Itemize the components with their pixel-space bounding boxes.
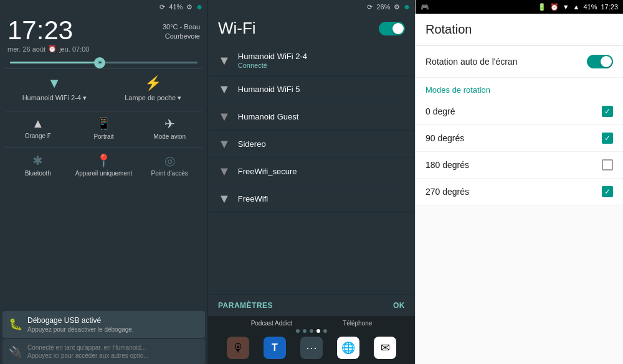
clock-display: 17:23 <box>7 17 89 44</box>
dock-app-apps[interactable]: ⋯ <box>300 337 323 359</box>
dot-5 <box>323 329 327 333</box>
dock-app-chrome[interactable]: 🌐 <box>337 337 359 359</box>
degree-checkbox-270[interactable]: ✓ <box>602 186 613 197</box>
wifi-panel: ⟳ 26% ⚙ ● Wi-Fi ▼ Humanoid WiFi 2-4 Conn… <box>207 0 415 364</box>
wifi-network-humanoid5[interactable]: ▼ Humanoid WiFi 5 <box>208 76 415 103</box>
degree-row-270[interactable]: 270 degrés ✓ <box>416 179 623 205</box>
wifi-header: Wi-Fi <box>208 14 415 45</box>
degree-checkbox-90[interactable]: ✓ <box>602 133 613 144</box>
portrait-tile[interactable]: 📱 Portrait <box>71 111 137 145</box>
dock-app-gmail[interactable]: ✉ <box>374 337 396 359</box>
wifi-toggle-knob <box>392 23 404 34</box>
brightness-thumb[interactable]: ☀ <box>94 57 105 68</box>
flashlight-icon: ⚡ <box>145 75 161 91</box>
home-dock: Podcast Addict Téléphone 🎙 T ⋯ 🌐 ✉ <box>208 316 415 364</box>
degree-checkbox-0[interactable]: ✓ <box>602 106 613 117</box>
degree-label-270: 270 degrés <box>426 187 469 197</box>
wifi-signal-icon-2: ▼ <box>218 82 231 96</box>
brightness-slider[interactable]: ☀ <box>10 62 197 63</box>
quick-tiles-row1: ▼ Humanoid WiFi 2-4 ▾ ⚡ Lampe de poche ▾ <box>0 69 207 111</box>
degree-label-180: 180 degrés <box>426 160 469 170</box>
wifi-ok-button[interactable]: OK <box>393 301 405 310</box>
location-tile[interactable]: 📍 Appareil uniquement <box>71 148 137 182</box>
user-icon-1: ● <box>196 1 202 12</box>
auto-rotation-label: Rotation auto de l'écran <box>426 57 517 67</box>
degree-row-0[interactable]: 0 degré ✓ <box>416 98 623 125</box>
notif-debug-icon: 🐛 <box>9 317 22 331</box>
wifi-network-guest[interactable]: ▼ Humanoid Guest <box>208 103 415 131</box>
notifications-area: 🐛 Débogage USB activé Appuyez pour désac… <box>0 311 207 364</box>
degree-row-90[interactable]: 90 degrés ✓ <box>416 125 623 152</box>
notif-debug-body: Appuyez pour désactiver le débogage. <box>27 326 199 333</box>
airplane-icon: ✈ <box>164 116 175 131</box>
degree-row-180[interactable]: 180 degrés <box>416 152 623 179</box>
gamepad-icon: 🎮 <box>421 3 429 11</box>
wifi-network-humanoid24[interactable]: ▼ Humanoid WiFi 2-4 Connecté <box>208 45 415 76</box>
battery-icon-3: 🔋 <box>538 3 546 11</box>
notif-usb-debug[interactable]: 🐛 Débogage USB activé Appuyez pour désac… <box>2 311 205 338</box>
dot-2 <box>303 329 307 333</box>
flashlight-tile[interactable]: ⚡ Lampe de poche ▾ <box>104 69 203 108</box>
wifi-tile[interactable]: ▼ Humanoid WiFi 2-4 ▾ <box>5 69 104 108</box>
battery-icon-1: ⟳ <box>159 3 165 11</box>
wifi-signal-icon-1: ▼ <box>218 54 231 68</box>
wifi-status-1: Connecté <box>238 62 405 69</box>
weather-block: 30°C - Beau Courbevoie <box>163 22 200 42</box>
auto-rotation-toggle[interactable] <box>587 55 613 68</box>
rotation-settings-panel: 🎮 🔋 ⏰ ▼ ▲ 41% 17:23 Rotation Rotation au… <box>415 0 623 364</box>
signal-tile[interactable]: ▲ Orange F <box>5 111 71 145</box>
notif-usb-body: Appuyez ici pour accéder aux autres opti… <box>27 352 199 359</box>
wifi-signal-icon-3: ▼ <box>218 110 231 124</box>
time-block: 17:23 mer. 26 août ⏰ jeu. 07:00 <box>7 17 89 53</box>
battery-percent-2: 26% <box>376 3 390 11</box>
rotation-header: Rotation <box>416 14 623 46</box>
degree-label-90: 90 degrés <box>426 133 464 143</box>
dock-app-podcast[interactable]: 🎙 <box>227 337 249 359</box>
modes-of-rotation-header: Modes de rotation <box>416 78 623 98</box>
dot-3 <box>310 329 313 333</box>
status-bar-1: ⟳ 41% ⚙ ● <box>0 0 207 14</box>
notif-usb-connect[interactable]: 🔌 Connecté en tant qu'appar. en Humanoid… <box>2 339 205 364</box>
rotation-page-title: Rotation <box>426 22 613 37</box>
hotspot-tile[interactable]: ◎ Point d'accès <box>136 148 202 182</box>
user-icon-2: ● <box>404 1 410 12</box>
dock-page-dots <box>296 329 327 333</box>
bluetooth-tile[interactable]: ✱ Bluetooth <box>5 148 71 182</box>
flashlight-label: Lampe de poche ▾ <box>125 94 181 102</box>
time-3: 17:23 <box>601 3 618 11</box>
dock-app-text[interactable]: T <box>264 337 286 359</box>
wifi-name-4: Sidereo <box>238 139 405 149</box>
date-line: mer. 26 août ⏰ jeu. 07:00 <box>7 45 89 53</box>
degree-label-0: 0 degré <box>426 106 455 116</box>
status-right-info: 🔋 ⏰ ▼ ▲ 41% 17:23 <box>538 3 618 11</box>
wifi-icon-3: ▲ <box>573 3 580 11</box>
wifi-name-2: Humanoid WiFi 5 <box>238 85 405 94</box>
wifi-footer: PARAMÈTRES OK <box>208 294 415 316</box>
quick-tiles-row3: ✱ Bluetooth 📍 Appareil uniquement ◎ Poin… <box>0 148 207 184</box>
dock-app-icons: 🎙 T ⋯ 🌐 ✉ <box>213 335 410 360</box>
notification-shade: ⟳ 41% ⚙ ● 17:23 mer. 26 août ⏰ jeu. 07:0… <box>0 0 207 364</box>
portrait-label: Portrait <box>93 133 113 140</box>
brightness-control[interactable]: ☀ <box>0 59 207 68</box>
bluetooth-icon: ✱ <box>32 153 43 168</box>
wifi-name-3: Humanoid Guest <box>238 112 405 121</box>
degree-checkbox-180[interactable] <box>602 159 613 170</box>
hotspot-label: Point d'accès <box>151 170 188 177</box>
wifi-network-list: ▼ Humanoid WiFi 2-4 Connecté ▼ Humanoid … <box>208 45 415 294</box>
notif-debug-title: Débogage USB activé <box>27 316 199 325</box>
auto-rotation-row[interactable]: Rotation auto de l'écran <box>416 46 623 78</box>
wifi-parametres-button[interactable]: PARAMÈTRES <box>218 301 273 310</box>
wifi-network-freewifi[interactable]: ▼ FreeWifi <box>208 185 415 213</box>
wifi-toggle[interactable] <box>379 22 405 35</box>
time-weather-block: 17:23 mer. 26 août ⏰ jeu. 07:00 30°C - B… <box>0 14 207 59</box>
wifi-signal-icon-5: ▼ <box>218 164 231 179</box>
dot-4 <box>316 329 320 333</box>
wifi-network-freewifi-secure[interactable]: ▼ FreeWifi_secure <box>208 158 415 185</box>
portrait-icon: 📱 <box>96 116 112 131</box>
status-left-icons: 🎮 <box>421 3 429 11</box>
dock-labels-row: Podcast Addict Téléphone <box>213 320 410 327</box>
wifi-network-sidereo[interactable]: ▼ Sidereo <box>208 131 415 158</box>
airplane-tile[interactable]: ✈ Mode avion <box>136 111 202 145</box>
battery-rotate-icon: ⟳ <box>367 3 373 11</box>
settings-icon-2: ⚙ <box>394 3 400 11</box>
